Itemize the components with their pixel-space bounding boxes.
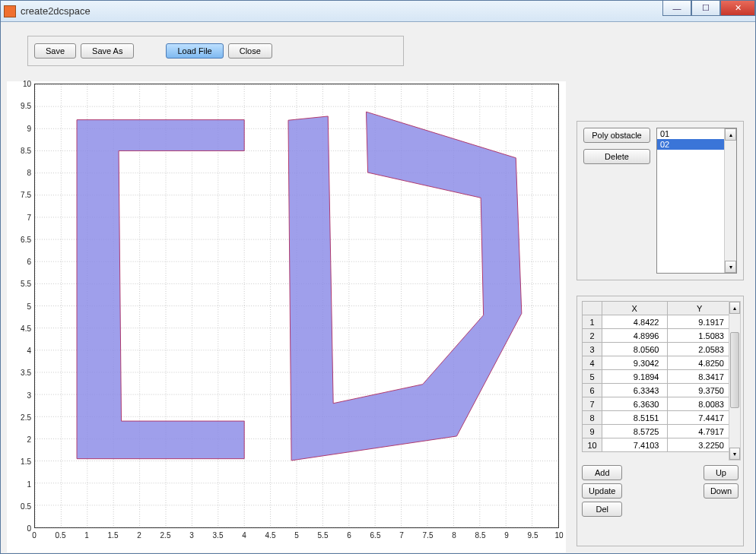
add-row-button[interactable]: Add	[582, 465, 622, 480]
cell-y[interactable]: 3.2250	[667, 438, 732, 452]
cell-x[interactable]: 6.3343	[602, 384, 668, 397]
y-tick: 3	[7, 391, 31, 399]
table-row[interactable]: 98.57254.7917	[583, 425, 732, 438]
cell-x[interactable]: 7.4103	[602, 438, 668, 452]
table-row[interactable]: 59.18948.3417	[583, 370, 732, 384]
x-tick: 7.5	[423, 531, 434, 540]
table-row[interactable]: 24.89961.5083	[583, 329, 732, 343]
cell-y[interactable]: 4.7917	[667, 425, 732, 438]
cell-x[interactable]: 9.3042	[602, 356, 668, 370]
scroll-up-icon[interactable]: ▴	[725, 128, 736, 141]
scrollbar-thumb[interactable]	[730, 332, 739, 408]
row-header: 2	[583, 329, 602, 343]
listbox-scrollbar[interactable]: ▴ ▾	[724, 128, 736, 273]
y-tick: 7.5	[7, 191, 31, 199]
x-tick: 4	[242, 531, 246, 540]
cell-x[interactable]: 4.8422	[602, 315, 668, 329]
y-tick: 8.5	[7, 146, 31, 154]
row-header: 7	[583, 397, 602, 411]
y-tick: 1	[7, 480, 31, 488]
cell-x[interactable]: 6.3630	[602, 397, 668, 411]
delete-obstacle-button[interactable]: Delete	[583, 149, 650, 164]
table-row[interactable]: 14.84229.1917	[583, 315, 732, 329]
row-header: 6	[583, 384, 602, 397]
x-tick: 2	[137, 531, 141, 540]
app-window: create2dcspace — ☐ ✕ Save Save As Load F…	[0, 0, 756, 554]
cell-x[interactable]: 9.1894	[602, 370, 668, 384]
row-header: 1	[583, 315, 602, 329]
cell-y[interactable]: 8.0083	[667, 397, 732, 411]
row-header: 8	[583, 411, 602, 425]
cell-y[interactable]: 4.8250	[667, 356, 732, 370]
cell-x[interactable]: 8.0560	[602, 343, 668, 356]
window-title: create2dcspace	[21, 5, 91, 17]
col-header-x: X	[602, 302, 668, 315]
cell-y[interactable]: 7.4417	[667, 411, 732, 425]
x-tick: 2.5	[160, 531, 171, 540]
app-icon	[4, 5, 16, 17]
plot-area: 00.511.522.533.544.555.566.577.588.599.5…	[7, 81, 566, 552]
xy-table[interactable]: X Y 14.84229.191724.89961.508338.05602.0…	[582, 301, 732, 452]
poly-obstacle-button[interactable]: Poly obstacle	[583, 128, 650, 143]
x-tick: 7	[399, 531, 404, 540]
file-toolbar: Save Save As Load File Close	[27, 36, 404, 66]
axes[interactable]	[34, 84, 559, 528]
y-tick: 2.5	[7, 413, 31, 421]
up-button[interactable]: Up	[704, 465, 739, 480]
cell-y[interactable]: 1.5083	[667, 329, 732, 343]
polygon-01[interactable]	[77, 120, 244, 459]
row-header: 4	[583, 356, 602, 370]
table-row[interactable]: 49.30424.8250	[583, 356, 732, 370]
cell-x[interactable]: 4.8996	[602, 329, 668, 343]
down-button[interactable]: Down	[704, 483, 739, 499]
table-row[interactable]: 66.33439.3750	[583, 384, 732, 397]
save-button[interactable]: Save	[34, 43, 76, 59]
cell-y[interactable]: 9.3750	[667, 384, 732, 397]
x-tick: 0	[32, 531, 37, 540]
table-row[interactable]: 38.05602.0583	[583, 343, 732, 356]
loadfile-button[interactable]: Load File	[166, 43, 223, 59]
x-tick: 6.5	[370, 531, 381, 540]
cell-x[interactable]: 8.5151	[602, 411, 668, 425]
cell-y[interactable]: 2.0583	[667, 343, 732, 356]
cell-x[interactable]: 8.5725	[602, 425, 668, 438]
y-tick: 7	[7, 213, 31, 221]
update-row-button[interactable]: Update	[582, 483, 622, 499]
y-tick: 3.5	[7, 369, 31, 377]
minimize-button[interactable]: —	[662, 1, 691, 16]
scroll-up-icon[interactable]: ▴	[729, 302, 740, 314]
y-tick: 9.5	[7, 102, 31, 110]
cell-y[interactable]: 9.1917	[667, 315, 732, 329]
y-tick: 1.5	[7, 457, 31, 466]
maximize-button[interactable]: ☐	[691, 1, 720, 16]
scroll-down-icon[interactable]: ▾	[725, 261, 736, 273]
x-tick: 5	[294, 531, 299, 540]
cell-y[interactable]: 8.3417	[667, 370, 732, 384]
y-tick: 8	[7, 169, 31, 177]
content-area: Save Save As Load File Close 00.511.522.…	[1, 22, 755, 553]
y-tick: 6	[7, 258, 31, 266]
close-window-button[interactable]: ✕	[720, 1, 755, 16]
y-tick: 4	[7, 347, 31, 355]
close-button[interactable]: Close	[228, 43, 272, 59]
x-tick: 5.5	[318, 531, 329, 540]
titlebar[interactable]: create2dcspace — ☐ ✕	[1, 1, 755, 22]
row-header: 3	[583, 343, 602, 356]
table-row[interactable]: 76.36308.0083	[583, 397, 732, 411]
delete-row-button[interactable]: Del	[582, 502, 622, 517]
row-header: 9	[583, 425, 602, 438]
scroll-down-icon[interactable]: ▾	[729, 448, 740, 460]
y-tick: 0.5	[7, 502, 31, 510]
table-scrollbar[interactable]: ▴ ▾	[729, 301, 741, 461]
table-row[interactable]: 88.51517.4417	[583, 411, 732, 425]
row-header: 10	[583, 438, 602, 452]
y-tick: 2	[7, 435, 31, 444]
xy-panel: X Y 14.84229.191724.89961.508338.05602.0…	[577, 296, 744, 546]
y-tick: 6.5	[7, 235, 31, 243]
obstacle-panel: Poly obstacle Delete 0102 ▴ ▾	[577, 121, 744, 280]
polygon-02[interactable]	[288, 112, 522, 461]
saveas-button[interactable]: Save As	[81, 43, 134, 59]
obstacle-listbox[interactable]: 0102 ▴ ▾	[656, 128, 737, 274]
table-row[interactable]: 107.41033.2250	[583, 438, 732, 452]
x-tick: 10	[554, 531, 563, 540]
